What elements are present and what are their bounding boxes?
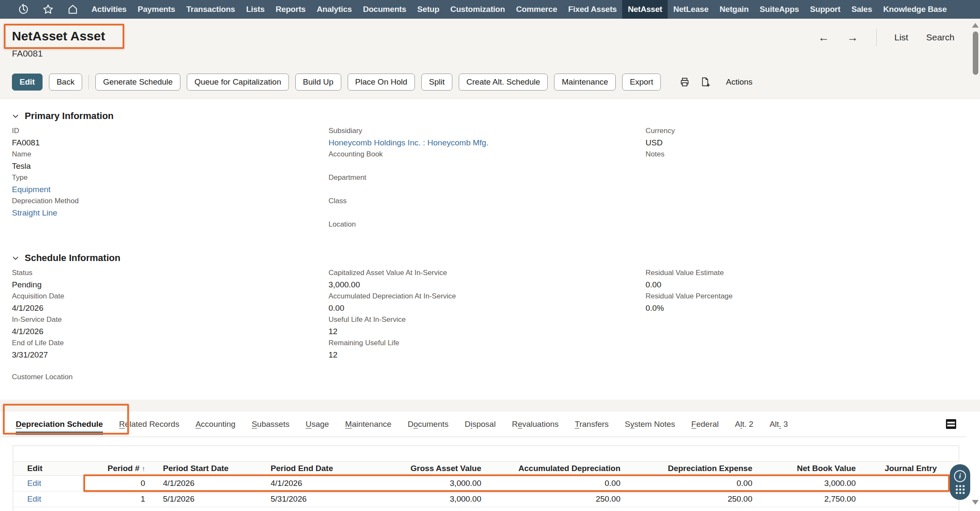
field-label: Depreciation Method [12, 197, 323, 205]
shortcuts-star-icon[interactable] [42, 3, 54, 16]
column-header-accumulated-depreciation[interactable]: Accumulated Depreciation [488, 462, 628, 476]
nav-item-customization[interactable]: Customization [445, 0, 510, 19]
export-button[interactable]: Export [622, 74, 661, 91]
primary-info-column-1: ID FA0081 Name Tesla Type Equipment Depr… [12, 127, 323, 220]
field-location: Location [329, 220, 639, 244]
cell-period: 0 [86, 476, 145, 491]
field-accumulated-depreciation-at-in-service: Accumulated Depreciation At In-Service 0… [329, 292, 639, 315]
edit-row-link[interactable]: Edit [13, 507, 86, 511]
tab-system-notes[interactable]: System Notes [625, 420, 675, 429]
subsidiary-link[interactable]: Honeycomb Holdings Inc. : Honeycomb Mfg. [329, 138, 639, 148]
cell-journal-entry [862, 507, 959, 511]
tab-related-records[interactable]: Related Records [119, 420, 180, 429]
field-remaining-useful-life: Remaining Useful Life 12 [329, 339, 639, 362]
create-alt-schedule-button[interactable]: Create Alt. Schedule [459, 74, 548, 91]
nav-item-documents[interactable]: Documents [357, 0, 412, 19]
split-button[interactable]: Split [421, 74, 452, 91]
search-link[interactable]: Search [926, 32, 954, 43]
print-icon[interactable] [677, 75, 692, 89]
field-label: Status [12, 269, 323, 277]
column-header-period-start-date[interactable]: Period Start Date [145, 462, 254, 476]
field-notes: Notes [646, 150, 956, 173]
nav-item-analytics[interactable]: Analytics [311, 0, 357, 19]
cell-period-end-date: 6/30/2026 [254, 507, 360, 511]
nav-item-netasset[interactable]: NetAsset [622, 0, 668, 19]
field-label: Department [329, 173, 639, 182]
column-header-depreciation-expense[interactable]: Depreciation Expense [628, 462, 760, 476]
tab-documents[interactable]: Documents [408, 420, 449, 429]
cell-net-book-value: 2,750.00 [760, 491, 862, 507]
edit-button[interactable]: Edit [12, 74, 43, 91]
edit-row-link[interactable]: Edit [13, 491, 86, 507]
record-toolbar: Edit Back Generate Schedule Queue for Ca… [12, 74, 980, 91]
column-header-period-end-date[interactable]: Period End Date [254, 462, 360, 476]
tab-alt-2[interactable]: Alt. 2 [735, 420, 753, 429]
recent-records-icon[interactable] [17, 3, 30, 16]
tab-disposal[interactable]: Disposal [465, 420, 496, 429]
scrollbar-up-arrow[interactable] [972, 23, 979, 28]
cell-period: 1 [86, 491, 145, 507]
header-divider [876, 28, 877, 46]
field-type: Type Equipment [12, 173, 323, 197]
cell-period-end-date: 4/1/2026 [254, 476, 360, 491]
maintenance-button[interactable]: Maintenance [554, 74, 616, 91]
nav-item-netgain[interactable]: Netgain [714, 0, 754, 19]
nav-item-fixed-assets[interactable]: Fixed Assets [563, 0, 622, 19]
column-header-gross-asset-value[interactable]: Gross Asset Value [360, 462, 488, 476]
tab-depreciation-schedule[interactable]: Depreciation Schedule [16, 420, 103, 429]
collapse-chevron-icon[interactable] [12, 113, 19, 120]
nav-item-setup[interactable]: Setup [412, 0, 445, 19]
nav-item-reports[interactable]: Reports [270, 0, 311, 19]
nav-item-netlease[interactable]: NetLease [668, 0, 714, 19]
cell-period-start-date: 5/1/2026 [145, 491, 254, 507]
cell-depreciation-expense: 0.00 [628, 476, 760, 491]
app-grid-icon[interactable] [956, 485, 965, 494]
floating-helper-widget: i [950, 464, 970, 500]
home-icon[interactable] [66, 3, 79, 16]
column-header-net-book-value[interactable]: Net Book Value [760, 462, 862, 476]
nav-item-lists[interactable]: Lists [240, 0, 270, 19]
nav-item-activities[interactable]: Activities [86, 0, 132, 19]
tab-list-menu-icon[interactable] [946, 419, 956, 429]
type-link[interactable]: Equipment [12, 185, 323, 194]
tab-transfers[interactable]: Transfers [575, 420, 609, 429]
field-label: Accumulated Depreciation At In-Service [329, 292, 639, 301]
nav-item-commerce[interactable]: Commerce [511, 0, 563, 19]
info-icon[interactable]: i [954, 470, 966, 482]
build-up-button[interactable]: Build Up [295, 74, 341, 91]
nav-item-knowledge-base[interactable]: Knowledge Base [878, 0, 952, 19]
collapse-chevron-icon[interactable] [12, 255, 19, 262]
tab-usage[interactable]: Usage [306, 420, 329, 429]
actions-menu[interactable]: Actions [726, 77, 752, 87]
place-on-hold-button[interactable]: Place On Hold [348, 74, 415, 91]
nav-icon-group [17, 3, 79, 16]
edit-row-link[interactable]: Edit [13, 476, 86, 491]
tab-alt-3[interactable]: Alt. 3 [769, 420, 788, 429]
primary-info-column-3: Currency USD Notes [646, 127, 956, 173]
previous-record-arrow[interactable]: ← [818, 31, 829, 44]
generate-schedule-button[interactable]: Generate Schedule [95, 74, 180, 91]
tab-revaluations[interactable]: Revaluations [512, 420, 559, 429]
scrollbar-thumb[interactable] [973, 31, 978, 75]
field-class: Class [329, 197, 639, 220]
nav-item-transactions[interactable]: Transactions [181, 0, 241, 19]
new-document-icon[interactable] [698, 75, 713, 89]
tab-maintenance[interactable]: Maintenance [345, 420, 391, 429]
top-nav: Activities Payments Transactions Lists R… [0, 0, 980, 19]
nav-item-payments[interactable]: Payments [132, 0, 180, 19]
depreciation-method-link[interactable]: Straight Line [12, 208, 323, 218]
tab-subassets[interactable]: Subassets [251, 420, 289, 429]
nav-item-suiteapps[interactable]: SuiteApps [754, 0, 804, 19]
list-link[interactable]: List [894, 32, 909, 43]
back-button[interactable]: Back [49, 74, 82, 91]
scrollbar-down-arrow[interactable] [972, 500, 979, 505]
column-header-period[interactable]: Period # ↑ [86, 462, 145, 476]
nav-item-sales[interactable]: Sales [846, 0, 878, 19]
column-header-journal-entry[interactable]: Journal Entry [862, 462, 959, 476]
nav-item-support[interactable]: Support [805, 0, 846, 19]
next-record-arrow[interactable]: → [847, 31, 858, 44]
cell-period-start-date: 4/1/2026 [145, 476, 254, 491]
tab-federal[interactable]: Federal [691, 420, 719, 429]
tab-accounting[interactable]: Accounting [195, 420, 235, 429]
queue-for-capitalization-button[interactable]: Queue for Capitalization [187, 74, 289, 91]
